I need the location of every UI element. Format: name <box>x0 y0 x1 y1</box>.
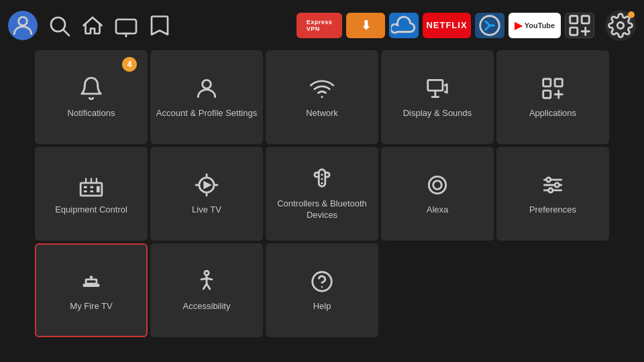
svg-point-38 <box>90 276 93 279</box>
svg-rect-14 <box>543 78 551 86</box>
kodi-btn[interactable] <box>475 13 504 38</box>
notifications-label: Notifications <box>64 108 119 119</box>
settings-grid: 4 Notifications Account & Profile Settin… <box>0 50 644 337</box>
svg-point-33 <box>547 177 551 181</box>
topbar: ExpressVPN ⬇ NETFLIX ▶ YouTube <box>0 0 644 50</box>
my-fire-tv-tile[interactable]: My Fire TV <box>35 243 148 337</box>
accessibility-tile[interactable]: Accessibility <box>150 243 263 337</box>
svg-point-10 <box>617 22 624 29</box>
settings-button[interactable] <box>605 10 636 41</box>
controllers-bluetooth-tile[interactable]: Controllers & Bluetooth Devices <box>266 147 378 241</box>
topbar-left <box>8 11 172 40</box>
svg-point-25 <box>321 174 323 176</box>
help-icon <box>309 269 335 294</box>
accessibility-label: Accessibility <box>179 301 235 312</box>
applications-icon <box>540 76 566 101</box>
svg-rect-9 <box>570 27 578 35</box>
live-tv-tile[interactable]: Live TV <box>150 147 263 241</box>
equipment-control-label: Equipment Control <box>51 204 131 216</box>
network-label: Network <box>302 108 342 119</box>
svg-rect-22 <box>97 186 100 192</box>
applications-label: Applications <box>525 108 580 119</box>
svg-point-12 <box>321 96 323 98</box>
svg-rect-8 <box>582 15 589 23</box>
notifications-tile[interactable]: 4 Notifications <box>35 50 148 144</box>
applications-tile[interactable]: Applications <box>496 50 609 144</box>
avatar[interactable] <box>8 11 38 40</box>
bookmark-icon[interactable] <box>148 13 172 38</box>
network-tile[interactable]: Network <box>266 50 378 144</box>
alexa-tile[interactable]: Alexa <box>381 147 494 241</box>
accessibility-icon <box>194 269 219 294</box>
preferences-tile[interactable]: Preferences <box>496 147 609 241</box>
tv-icon[interactable] <box>114 13 138 38</box>
display-sounds-icon <box>425 76 450 101</box>
svg-point-29 <box>433 180 442 189</box>
home-icon[interactable] <box>80 13 105 38</box>
svg-rect-15 <box>555 78 562 86</box>
display-sounds-tile[interactable]: Display & Sounds <box>381 50 494 144</box>
topbar-apps: ExpressVPN ⬇ NETFLIX ▶ YouTube <box>297 13 594 38</box>
live-tv-label: Live TV <box>188 204 225 216</box>
settings-notification-dot <box>628 11 635 18</box>
alexa-label: Alexa <box>423 204 453 216</box>
account-icon <box>194 76 219 101</box>
svg-point-34 <box>555 182 559 186</box>
my-fire-tv-label: My Fire TV <box>66 301 116 312</box>
account-tile[interactable]: Account & Profile Settings <box>150 50 263 144</box>
preferences-label: Preferences <box>525 204 580 216</box>
youtube-btn[interactable]: ▶ YouTube <box>508 13 561 38</box>
fcloud-btn[interactable] <box>389 13 419 38</box>
equipment-control-icon <box>78 172 104 198</box>
svg-rect-37 <box>86 279 97 283</box>
downloader-btn[interactable]: ⬇ <box>346 13 385 38</box>
alexa-icon <box>425 172 450 198</box>
controllers-icon <box>309 166 335 192</box>
controllers-label: Controllers & Bluetooth Devices <box>266 198 378 221</box>
equipment-control-tile[interactable]: Equipment Control <box>35 147 148 241</box>
display-sounds-label: Display & Sounds <box>399 108 476 119</box>
svg-point-27 <box>321 182 323 184</box>
expressvpn-btn[interactable]: ExpressVPN <box>297 13 342 38</box>
my-fire-tv-icon <box>78 269 104 294</box>
svg-rect-20 <box>84 190 87 192</box>
notifications-icon <box>78 76 104 101</box>
svg-line-2 <box>64 29 69 35</box>
netflix-btn[interactable]: NETFLIX <box>423 13 471 38</box>
svg-point-0 <box>19 17 28 25</box>
search-icon[interactable] <box>47 13 71 38</box>
svg-point-35 <box>549 188 553 192</box>
live-tv-icon <box>194 172 219 198</box>
help-tile[interactable]: Help <box>266 243 378 337</box>
svg-rect-7 <box>570 15 578 23</box>
help-label: Help <box>309 301 335 312</box>
svg-point-40 <box>313 272 332 291</box>
svg-rect-3 <box>116 19 136 34</box>
svg-point-26 <box>321 178 323 180</box>
svg-rect-16 <box>543 90 551 98</box>
network-icon <box>309 76 335 101</box>
svg-point-28 <box>429 176 445 193</box>
svg-point-41 <box>321 286 323 288</box>
preferences-icon <box>540 172 566 198</box>
account-label: Account & Profile Settings <box>152 108 261 119</box>
multiview-btn[interactable] <box>565 13 594 38</box>
svg-rect-19 <box>90 186 93 188</box>
svg-rect-21 <box>90 190 93 192</box>
svg-rect-13 <box>428 80 443 90</box>
svg-rect-18 <box>84 186 87 188</box>
svg-point-11 <box>203 80 211 88</box>
notification-badge: 4 <box>122 57 137 72</box>
